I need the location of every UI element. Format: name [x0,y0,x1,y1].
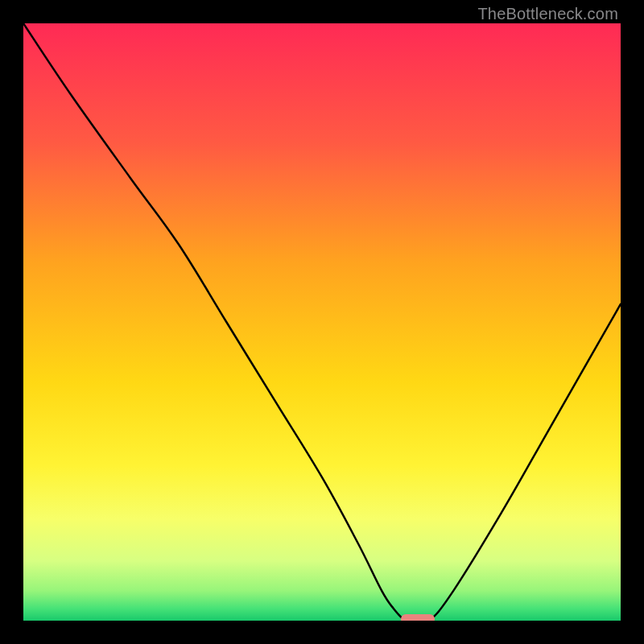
watermark-text: TheBottleneck.com [477,5,618,23]
plot-area [23,23,621,621]
optimal-point-marker [401,614,435,621]
chart-gradient-background [23,23,621,621]
chart-frame: TheBottleneck.com [0,0,644,644]
